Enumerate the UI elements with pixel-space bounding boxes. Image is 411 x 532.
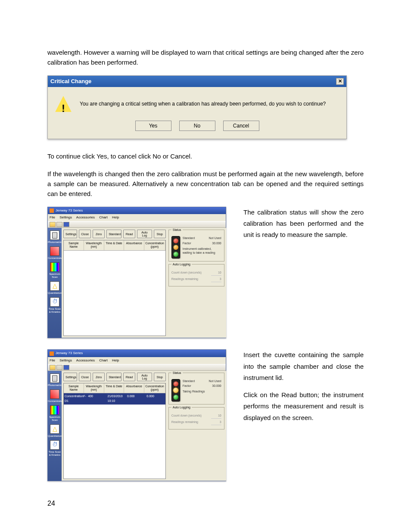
close-button[interactable]: Close <box>79 373 91 381</box>
col-absorbance: Absorbance <box>124 240 144 250</box>
autolog-group-title: Auto Logging <box>171 405 192 410</box>
right-text-2a: Insert the cuvette containing the sample… <box>243 349 364 383</box>
time-scan-icon <box>50 440 59 450</box>
light-amber <box>173 388 178 393</box>
stop-button[interactable]: Stop <box>154 230 166 238</box>
intro-paragraph: wavelength. However a warning will be di… <box>47 47 364 68</box>
toolbar-export-icon[interactable] <box>56 365 62 370</box>
after-dialog-para-1: To continue click Yes, to cancel click N… <box>47 151 364 161</box>
status-group-title: Status <box>171 228 183 233</box>
close-button[interactable]: Close <box>79 230 91 238</box>
traffic-light-icon <box>171 379 180 401</box>
light-amber <box>173 245 178 250</box>
app-icon <box>50 208 54 213</box>
factor-value: 30.000 <box>212 384 221 388</box>
countdown-value: 10 <box>211 271 221 276</box>
countdown-label: Count down (seconds) <box>171 271 202 276</box>
zero-button[interactable]: Zero <box>93 230 105 238</box>
menu-accessories[interactable]: Accessories <box>76 215 95 219</box>
table-header: Sample Name Wavelength (nm) Time & Date … <box>64 383 165 393</box>
spectrum-scan-icon <box>50 405 59 415</box>
zero-button[interactable]: Zero <box>93 373 105 381</box>
cancel-button[interactable]: Cancel <box>223 121 259 131</box>
sidebar-item-time-scan[interactable]: Time Scan & Kinetics <box>48 440 62 457</box>
stop-button[interactable]: Stop <box>154 373 166 381</box>
photometrics-icon <box>50 373 59 383</box>
remaining-value: 3 <box>211 277 221 282</box>
col-concentration: Concentration (ppm) <box>144 240 165 250</box>
col-sample-name: Sample Name <box>64 383 84 393</box>
sidebar-item-spectrum-scan[interactable]: Spectrum Scan <box>48 262 62 279</box>
remaining-value: 3 <box>211 420 221 425</box>
action-button-row: Settings Close Zero Standard Read Auto L… <box>63 230 166 238</box>
status-group-title: Status <box>171 371 183 376</box>
standard-button[interactable]: Standard <box>106 230 121 238</box>
remaining-label: Readings remaining <box>171 277 198 282</box>
close-icon[interactable]: ✕ <box>336 78 344 85</box>
col-wavelength: Wavelength (nm) <box>84 240 104 250</box>
table-row[interactable]: ConcentrationF-D1 400 21/03/2010 10:10 0… <box>64 393 165 405</box>
countdown-label: Count down (seconds) <box>171 414 202 419</box>
sidebar-item-concentration[interactable]: Concentration <box>48 246 62 260</box>
factor-label: Factor <box>183 384 191 388</box>
auto-log-button[interactable]: Auto Log <box>137 373 152 381</box>
toolbar-open-icon[interactable] <box>50 365 56 370</box>
factor-label: Factor <box>183 241 191 245</box>
menu-settings[interactable]: Settings <box>59 358 72 362</box>
app-icon <box>50 352 54 356</box>
col-sample-name: Sample Name <box>64 240 84 250</box>
yes-button[interactable]: Yes <box>135 121 171 131</box>
traffic-light-icon <box>171 236 180 258</box>
sidebar-item-photometrics[interactable]: Photometrics <box>48 373 62 387</box>
auto-log-button[interactable]: Auto Log <box>137 230 152 238</box>
toolbar-save-icon[interactable] <box>63 222 69 227</box>
sidebar-item-time-scan[interactable]: Time Scan & Kinetics <box>48 297 62 314</box>
app-sidebar: Photometrics Concentration Spectrum Scan… <box>48 371 62 481</box>
cell-concentration: 0.000 <box>146 393 165 404</box>
menu-chart[interactable]: Chart <box>99 215 108 219</box>
photometrics-icon <box>50 230 59 240</box>
menu-file[interactable]: File <box>50 215 55 219</box>
standard-label: Standard <box>183 379 195 383</box>
app-titlebar: Jenway 73 Series <box>48 350 226 357</box>
toolbar-save-icon[interactable] <box>63 365 69 370</box>
menu-file[interactable]: File <box>50 358 55 362</box>
status-message: Taking Readings <box>183 389 221 393</box>
table-header: Sample Name Wavelength (nm) Time & Date … <box>64 240 165 250</box>
settings-button[interactable]: Settings <box>63 230 77 238</box>
menu-help[interactable]: Help <box>112 358 119 362</box>
status-group: Status StandardNot Used Factor30.000 <box>168 373 224 404</box>
cell-sample: ConcentrationF-D1 <box>64 393 87 404</box>
standard-value: Not Used <box>209 236 221 240</box>
read-button[interactable]: Read <box>123 230 135 238</box>
col-concentration: Concentration (ppm) <box>144 383 165 393</box>
menu-help[interactable]: Help <box>112 215 119 219</box>
quantitation-icon <box>50 281 59 291</box>
sidebar-item-photometrics[interactable]: Photometrics <box>48 230 62 244</box>
sidebar-item-quantitation[interactable]: Quantitation <box>48 424 62 438</box>
read-button[interactable]: Read <box>123 373 135 381</box>
countdown-value: 10 <box>211 414 221 419</box>
menu-settings[interactable]: Settings <box>59 215 72 219</box>
settings-button[interactable]: Settings <box>63 373 77 381</box>
sidebar-item-spectrum-scan[interactable]: Spectrum Scan <box>48 405 62 422</box>
toolbar-export-icon[interactable] <box>56 222 62 227</box>
app-sidebar: Photometrics Concentration Spectrum Scan… <box>48 228 62 338</box>
app-screenshot-2: Jenway 73 Series File Settings Accessori… <box>47 349 226 481</box>
col-wavelength: Wavelength (nm) <box>84 383 104 393</box>
menu-chart[interactable]: Chart <box>99 358 108 362</box>
spectrum-scan-icon <box>50 262 59 272</box>
standard-button[interactable]: Standard <box>106 373 121 381</box>
quantitation-icon <box>50 424 59 434</box>
menu-accessories[interactable]: Accessories <box>76 358 95 362</box>
sidebar-item-quantitation[interactable]: Quantitation <box>48 281 62 295</box>
light-green <box>173 252 178 257</box>
dialog-title: Critical Change <box>50 77 91 86</box>
results-table: Sample Name Wavelength (nm) Time & Date … <box>63 383 166 479</box>
toolbar-open-icon[interactable] <box>50 222 56 227</box>
light-green <box>173 395 178 400</box>
no-button[interactable]: No <box>179 121 215 131</box>
results-table: Sample Name Wavelength (nm) Time & Date … <box>63 240 166 336</box>
cell-wavelength: 400 <box>87 393 106 404</box>
sidebar-item-concentration[interactable]: Concentration <box>48 389 62 403</box>
